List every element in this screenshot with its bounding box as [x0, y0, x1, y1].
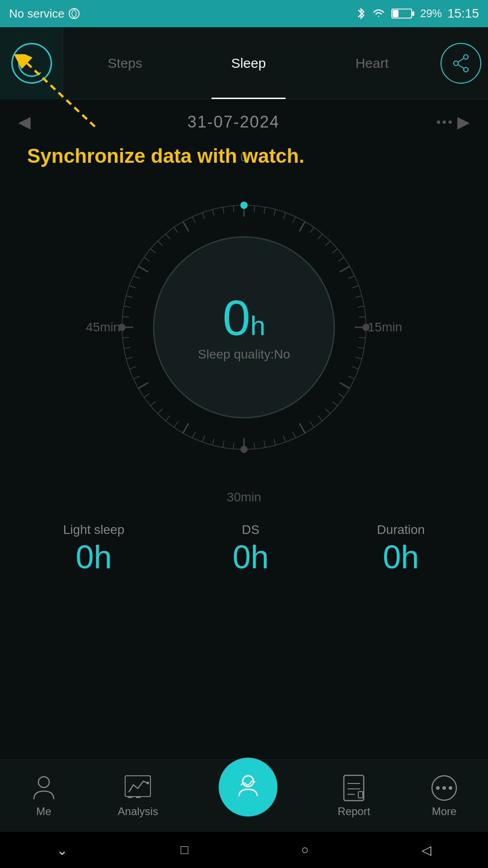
svg-line-24	[338, 257, 344, 261]
svg-line-45	[283, 436, 286, 442]
svg-rect-2	[412, 11, 414, 16]
svg-line-68	[122, 316, 129, 317]
android-recent-button[interactable]: ◁	[422, 843, 432, 858]
svg-line-69	[124, 306, 131, 307]
home-icon	[232, 771, 264, 803]
svg-line-7	[458, 58, 464, 62]
home-center-button[interactable]	[219, 758, 277, 816]
nav-item-report[interactable]: Report	[338, 774, 370, 818]
nav-item-me[interactable]: Me	[30, 774, 57, 818]
svg-line-79	[183, 222, 189, 231]
me-icon	[30, 774, 57, 802]
svg-line-36	[348, 376, 355, 379]
svg-point-102	[442, 786, 446, 790]
svg-line-43	[300, 423, 305, 433]
nav-report-label: Report	[338, 805, 370, 818]
sync-annotation: Synchronize data with watch.	[27, 127, 305, 167]
android-home-button[interactable]: □	[181, 843, 188, 857]
nav-item-more[interactable]: More	[431, 774, 458, 818]
stats-row: Light sleep 0h DS 0h Duration 0h	[0, 505, 488, 582]
date-dots: •••	[436, 115, 454, 129]
svg-line-62	[133, 376, 140, 379]
signal-icon	[68, 8, 80, 19]
svg-line-84	[233, 206, 234, 212]
report-icon	[340, 774, 367, 802]
tab-heart[interactable]: Heart	[310, 27, 434, 99]
date-nav-right: ••• ▶	[436, 113, 470, 132]
sleep-dial-container: 0 45min /* ticks generated below */	[0, 149, 488, 505]
android-back-button[interactable]: ⌄	[56, 842, 68, 858]
svg-line-37	[340, 383, 350, 389]
carrier-text: No service	[9, 7, 65, 21]
svg-rect-3	[393, 10, 399, 17]
share-icon	[451, 54, 470, 73]
svg-line-71	[129, 286, 136, 288]
stat-light-value: 0h	[75, 541, 112, 573]
svg-line-21	[318, 234, 323, 239]
svg-line-26	[348, 276, 355, 278]
share-button[interactable]	[434, 27, 488, 99]
nav-item-analysis[interactable]: Analysis	[118, 774, 158, 818]
svg-line-80	[192, 217, 195, 223]
svg-line-76	[158, 241, 163, 246]
svg-line-58	[158, 409, 163, 414]
svg-line-40	[325, 409, 330, 414]
svg-line-66	[122, 337, 129, 338]
stat-ds: DS 0h	[233, 523, 269, 573]
svg-line-64	[126, 357, 132, 359]
svg-line-52	[212, 439, 214, 445]
tab-sleep[interactable]: Sleep	[187, 27, 310, 99]
svg-line-60	[144, 393, 150, 397]
svg-line-18	[293, 217, 296, 223]
svg-line-23	[332, 249, 337, 253]
svg-line-25	[340, 266, 350, 272]
stat-duration-label: Duration	[377, 523, 425, 537]
dial-svg: /* ticks generated below */ const svg = …	[108, 192, 380, 463]
stat-ds-value: 0h	[233, 541, 269, 573]
svg-line-83	[223, 207, 224, 214]
svg-line-57	[165, 415, 170, 420]
svg-line-78	[174, 227, 178, 233]
svg-line-73	[138, 266, 148, 272]
wifi-icon	[371, 8, 386, 19]
svg-line-10	[27, 63, 95, 127]
svg-line-27	[352, 286, 359, 288]
share-circle	[441, 43, 481, 84]
svg-line-70	[126, 296, 132, 297]
svg-line-14	[254, 206, 254, 212]
svg-line-65	[124, 347, 131, 349]
status-bar: No service 29% 15:15	[0, 0, 488, 27]
svg-line-47	[264, 441, 265, 448]
svg-point-103	[449, 786, 452, 790]
more-icon	[431, 774, 458, 802]
svg-line-30	[359, 316, 366, 317]
android-circle-button[interactable]: ○	[301, 843, 309, 857]
svg-line-42	[310, 422, 314, 427]
dial-hours-display: 0h	[198, 293, 290, 343]
svg-line-41	[318, 415, 323, 420]
svg-point-91	[146, 782, 149, 784]
svg-line-17	[283, 212, 286, 219]
svg-line-81	[202, 212, 205, 219]
stat-duration: Duration 0h	[377, 523, 425, 573]
android-nav-bar: ⌄ □ ○ ◁	[0, 832, 488, 868]
more-dots-icon	[431, 774, 458, 802]
person-icon	[32, 775, 56, 801]
svg-point-87	[240, 446, 248, 453]
svg-line-46	[274, 439, 276, 445]
stat-ds-label: DS	[242, 523, 259, 537]
dial-label-right: 15min	[368, 320, 402, 335]
svg-point-5	[454, 61, 458, 66]
nav-item-home[interactable]	[219, 776, 277, 816]
svg-line-59	[150, 401, 155, 406]
svg-line-44	[293, 432, 296, 438]
document-icon	[342, 774, 366, 802]
svg-line-53	[202, 436, 205, 442]
svg-line-77	[165, 234, 170, 239]
svg-line-19	[300, 222, 305, 231]
svg-line-20	[310, 227, 314, 233]
svg-line-82	[212, 209, 214, 216]
svg-point-101	[436, 786, 440, 790]
date-next-button[interactable]: ▶	[457, 113, 470, 132]
svg-line-28	[355, 296, 361, 297]
